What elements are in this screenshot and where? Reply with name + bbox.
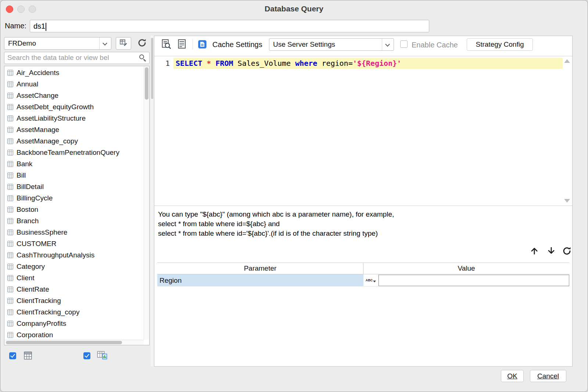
table-name: ClientRate xyxy=(17,285,49,293)
chevron-down-icon xyxy=(382,39,394,50)
table-icon xyxy=(7,207,13,213)
table-list-item[interactable]: AssetDebt_equityGrowth xyxy=(4,101,144,113)
table-icon xyxy=(7,138,13,144)
arrow-down-icon xyxy=(546,246,556,257)
show-views-checkbox[interactable] xyxy=(83,352,90,359)
titlebar: Database Query xyxy=(0,0,588,18)
table-list-item[interactable]: ClientTracking xyxy=(4,295,144,306)
refresh-tables-button[interactable] xyxy=(134,38,150,50)
table-list-item[interactable]: Category xyxy=(4,261,144,272)
search-input[interactable] xyxy=(4,52,133,63)
show-tables-checkbox[interactable] xyxy=(9,352,16,359)
parameter-row: Region ABC xyxy=(157,274,569,286)
table-list-item[interactable]: AssetManage xyxy=(4,124,144,135)
table-list-item[interactable]: BillingCycle xyxy=(4,192,144,204)
table-icon xyxy=(7,252,13,258)
table-icon xyxy=(7,275,13,281)
table-name: AssetManage xyxy=(17,126,59,134)
table-name: AssetManage_copy xyxy=(17,137,78,145)
cache-settings-button[interactable] xyxy=(197,40,207,50)
table-icon xyxy=(7,115,13,121)
string-type-icon: ABC xyxy=(366,278,376,282)
table-list-item[interactable]: AssetChange xyxy=(4,90,144,101)
table-name: ClientTracking_copy xyxy=(17,308,79,316)
parameter-name-cell[interactable]: Region xyxy=(157,274,363,286)
format-sql-button[interactable] xyxy=(176,39,188,51)
table-icon xyxy=(7,161,13,167)
list-vertical-scrollbar-thumb[interactable] xyxy=(145,67,148,100)
table-list-item[interactable]: BillDetail xyxy=(4,181,144,192)
table-search xyxy=(4,52,150,64)
connection-select[interactable]: FRDemo xyxy=(4,37,111,50)
view-table-icon xyxy=(97,350,108,362)
enable-cache-label: Enable Cache xyxy=(412,41,458,49)
table-list-item[interactable]: AssetManage_copy xyxy=(4,135,144,147)
table-list-item[interactable]: Bank xyxy=(4,158,144,170)
table-list-item[interactable]: ClientRate xyxy=(4,284,144,295)
cache-mode-select[interactable]: Use Server Settings xyxy=(269,38,394,51)
sql-preview-icon xyxy=(161,39,172,51)
enable-cache-checkbox[interactable] xyxy=(400,40,408,48)
table-icon xyxy=(7,93,13,99)
table-icon xyxy=(7,321,13,327)
table-list-item[interactable]: Branch xyxy=(4,215,144,227)
table-list-item[interactable]: BusinessSphere xyxy=(4,227,144,238)
table-icon xyxy=(7,104,13,110)
table-name: Air_Accidents xyxy=(17,69,59,77)
table-icon xyxy=(7,81,13,87)
parameter-table-header: Parameter Value xyxy=(157,263,569,274)
parameter-type-cell[interactable]: ABC xyxy=(363,274,379,286)
name-input[interactable]: ds1 xyxy=(30,20,429,32)
value-column-header: Value xyxy=(363,263,569,274)
left-panel-scrollbar-thumb[interactable] xyxy=(151,38,153,99)
table-list-item[interactable]: ClientTracking_copy xyxy=(4,306,144,318)
table-name: Annual xyxy=(17,80,38,88)
table-list-item[interactable]: CompanyProfits xyxy=(4,318,144,329)
refresh-icon xyxy=(562,246,572,257)
table-list-item[interactable]: Annual xyxy=(4,78,144,90)
cache-mode-value: Use Server Settings xyxy=(269,39,394,50)
sql-code-line: SELECT * FROM Sales_Volume where region=… xyxy=(176,58,401,69)
table-list-item[interactable]: BackboneTeamPenetrationQuery xyxy=(4,147,144,158)
table-name: BillDetail xyxy=(17,183,44,191)
table-list-items: Air_Accidents Annual AssetChange AssetDe… xyxy=(4,67,144,341)
table-list-item[interactable]: CashThroughputAnalysis xyxy=(4,249,144,261)
strategy-config-button[interactable]: Strategy Config xyxy=(467,38,533,51)
table-icon xyxy=(7,264,13,270)
table-list-item[interactable]: AssetLiabilityStructure xyxy=(4,113,144,124)
arrow-up-icon xyxy=(530,246,539,257)
table-name: CashThroughputAnalysis xyxy=(17,251,94,259)
edit-connection-button[interactable] xyxy=(116,37,131,50)
move-parameter-down-button[interactable] xyxy=(546,246,556,257)
move-parameter-up-button[interactable] xyxy=(529,246,539,257)
list-vertical-scrollbar[interactable] xyxy=(144,66,149,340)
preview-query-button[interactable] xyxy=(160,39,172,51)
table-icon xyxy=(7,286,13,292)
type-dropdown-caret xyxy=(373,281,376,282)
table-name: AssetDebt_equityGrowth xyxy=(17,103,94,111)
scroll-up-arrow[interactable] xyxy=(564,59,570,63)
cancel-button[interactable]: Cancel xyxy=(530,370,566,382)
list-horizontal-scrollbar-thumb[interactable] xyxy=(6,341,122,344)
table-list-item[interactable]: Boston xyxy=(4,204,144,215)
sql-editor[interactable]: 1 SELECT * FROM Sales_Volume where regio… xyxy=(154,56,572,206)
cache-settings-label: Cache Settings xyxy=(212,40,262,49)
table-list-item[interactable]: Client xyxy=(4,272,144,284)
param-value-input[interactable] xyxy=(379,275,569,286)
table-list-item[interactable]: Bill xyxy=(4,170,144,181)
refresh-parameters-button[interactable] xyxy=(562,246,572,257)
help-line: select * from table where id='${abc}'.(i… xyxy=(158,229,394,238)
data-table-icon xyxy=(23,351,33,362)
database-query-dialog: Database Query Name: ds1 FRDemo Air_Acci… xyxy=(0,0,588,392)
table-list-item[interactable]: CUSTOMER xyxy=(4,238,144,249)
table-name: Client xyxy=(17,274,35,282)
table-list-item[interactable]: Air_Accidents xyxy=(4,67,144,78)
table-name: Corporation xyxy=(17,331,53,339)
table-icon xyxy=(7,70,13,76)
table-list-item[interactable]: Corporation xyxy=(4,329,144,341)
list-horizontal-scrollbar[interactable] xyxy=(4,340,144,345)
ok-button[interactable]: OK xyxy=(501,370,524,382)
scroll-down-arrow[interactable] xyxy=(564,199,570,203)
table-icon xyxy=(7,150,13,156)
table-edit-icon xyxy=(119,38,128,49)
